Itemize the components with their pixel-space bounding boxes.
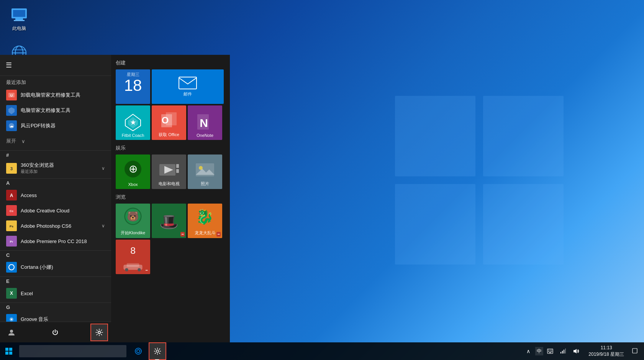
app-item-uninstall-tool[interactable]: U 卸载电脑管家文档修复工具 <box>0 87 111 103</box>
app-item-adobe-cc[interactable]: Cc Adobe Creative Cloud <box>0 203 111 218</box>
photos-icon <box>195 160 216 179</box>
clock-time: 11:13 <box>601 345 612 351</box>
app-item-excel[interactable]: X Excel <box>0 286 111 301</box>
app-item-adobe-ps[interactable]: Ps Adobe Photoshop CS6 ∨ <box>0 218 111 233</box>
app-icon-pcguard <box>6 105 17 116</box>
tile-photos[interactable]: 照片 <box>188 155 222 189</box>
game2-icon: 🐉 <box>192 206 218 228</box>
app-icon-adobe-pr: Pr <box>6 236 17 247</box>
start-menu-left-panel: ☰ 最近添加 U 卸载电脑管家文档修复工具 <box>0 55 111 342</box>
svg-text:★: ★ <box>130 119 136 126</box>
tile-onenote[interactable]: N OneNote <box>188 105 222 140</box>
app-name-excel: Excel <box>21 291 105 296</box>
settings-button-highlighted[interactable] <box>90 324 108 341</box>
taskbar-settings-highlighted[interactable] <box>149 342 166 360</box>
svg-point-25 <box>11 319 12 320</box>
recently-added-header: 最近添加 <box>0 76 111 87</box>
app-item-fengyun[interactable]: ☁ 风云PDF转换器 <box>0 118 111 133</box>
adobe-ps-expand-icon[interactable]: ∨ <box>102 223 105 228</box>
tile-fitbit[interactable]: ★ Fitbit Coach <box>116 105 150 140</box>
tile-game2[interactable]: 🐉 龙龙大乱斗 ━ <box>188 204 222 238</box>
svg-text:Ps: Ps <box>10 225 13 228</box>
volume-icon[interactable] <box>570 345 582 357</box>
tile-game1[interactable]: 🎩 ━ <box>152 204 186 238</box>
svg-rect-68 <box>550 351 551 352</box>
klondike-icon: 🐻 <box>120 206 146 228</box>
this-pc-icon <box>10 5 28 24</box>
svg-point-55 <box>138 268 141 271</box>
app-name-access: Access <box>21 192 105 198</box>
app-name-360browser: 360安全浏览器 最近添加 <box>21 162 98 174</box>
app-name-adobe-cc: Adobe Creative Cloud <box>21 208 105 214</box>
svg-text:X: X <box>10 291 13 296</box>
360browser-expand-icon[interactable]: ∨ <box>102 166 105 171</box>
svg-rect-69 <box>551 351 552 352</box>
svg-rect-53 <box>127 263 139 267</box>
fitbit-icon: ★ <box>123 112 143 132</box>
hamburger-button[interactable]: ☰ <box>0 56 18 74</box>
expand-button[interactable]: 展开 ∨ <box>0 133 111 149</box>
svg-point-62 <box>156 350 159 352</box>
tile-calendar[interactable]: 星期三 18 <box>116 69 150 104</box>
taskbar-start-button[interactable] <box>0 342 18 360</box>
user-button[interactable] <box>3 324 20 341</box>
app-icon-groove <box>6 314 17 322</box>
taskbar-search-input[interactable] <box>19 345 126 357</box>
app-icon-cortana <box>6 262 17 273</box>
app-item-groove[interactable]: Groove 音乐 <box>0 312 111 322</box>
app-item-access[interactable]: A Access <box>0 187 111 203</box>
tiles-browse-grid: 🐻 开始Klondike 🎩 ━ 🐉 龙龙大乱斗 <box>116 204 225 274</box>
taskbar: ∧ 中 <box>0 342 644 360</box>
app-item-cortana[interactable]: Cortana (小娜) <box>0 260 111 275</box>
xbox-label: Xbox <box>128 182 138 187</box>
onenote-icon: N <box>195 112 215 132</box>
office-label: 获取 Office <box>159 132 179 138</box>
system-clock[interactable]: 11:13 2019/9/18 星期三 <box>585 345 627 358</box>
tile-klondike[interactable]: 🐻 开始Klondike <box>116 204 150 238</box>
expand-label: 展开 <box>6 138 16 145</box>
network-status-icon <box>560 348 566 354</box>
apps-list: 最近添加 U 卸载电脑管家文档修复工具 <box>0 76 111 322</box>
app-name-fengyun: 风云PDF转换器 <box>21 122 105 129</box>
network-taskbar-icon[interactable] <box>557 345 569 357</box>
office-icon: O <box>159 111 179 130</box>
start-menu: ☰ 最近添加 U 卸载电脑管家文档修复工具 <box>0 55 230 342</box>
alpha-header-hash: # <box>0 150 111 159</box>
desktop: 此电脑 网络 ☰ 最近添加 <box>0 0 644 360</box>
alpha-header-g: G <box>0 302 111 312</box>
app-item-pcguard[interactable]: 电脑管家文档修复工具 <box>0 103 111 118</box>
tile-game3[interactable]: 8 ━ <box>116 240 150 274</box>
svg-rect-76 <box>633 348 637 353</box>
svg-rect-7 <box>14 20 25 21</box>
chevron-up-button[interactable]: ∧ <box>522 345 534 357</box>
cortana-taskbar-icon <box>134 347 142 355</box>
keyboard-icon <box>547 348 553 354</box>
tile-office[interactable]: O 获取 Office <box>152 105 186 140</box>
alpha-header-e: E <box>0 276 111 286</box>
svg-text:🎩: 🎩 <box>159 212 179 231</box>
app-name-adobe-ps: Adobe Photoshop CS6 <box>21 223 98 229</box>
notification-area: ∧ 中 <box>521 345 584 357</box>
this-pc-label: 此电脑 <box>12 25 26 32</box>
desktop-icon-this-pc[interactable]: 此电脑 <box>4 4 34 33</box>
input-method-icon[interactable] <box>544 345 556 357</box>
volume-status-icon <box>573 348 579 354</box>
app-name-cortana: Cortana (小娜) <box>21 264 105 271</box>
svg-rect-66 <box>551 350 552 350</box>
svg-rect-28 <box>179 77 197 89</box>
notification-center-button[interactable] <box>629 345 641 357</box>
app-item-adobe-pr[interactable]: Pr Adobe Premiere Pro CC 2018 <box>0 233 111 249</box>
tile-xbox[interactable]: ⊕ Xbox <box>116 155 150 189</box>
game2-label: 龙龙大乱斗 <box>195 230 216 236</box>
tile-movie[interactable]: 电影和电视 <box>152 155 186 189</box>
language-indicator[interactable]: 中 <box>535 347 543 355</box>
tile-mail[interactable]: 邮件 <box>152 69 224 104</box>
hamburger-icon: ☰ <box>6 61 12 69</box>
taskbar-cortana-button[interactable] <box>129 342 147 360</box>
game3-icon: 8 <box>120 242 146 262</box>
svg-text:3: 3 <box>10 166 13 171</box>
app-item-360browser[interactable]: 3 360安全浏览器 最近添加 ∨ <box>0 159 111 177</box>
power-button[interactable] <box>47 324 64 341</box>
svg-text:O: O <box>162 115 169 125</box>
app-name-pcguard: 电脑管家文档修复工具 <box>21 107 105 114</box>
